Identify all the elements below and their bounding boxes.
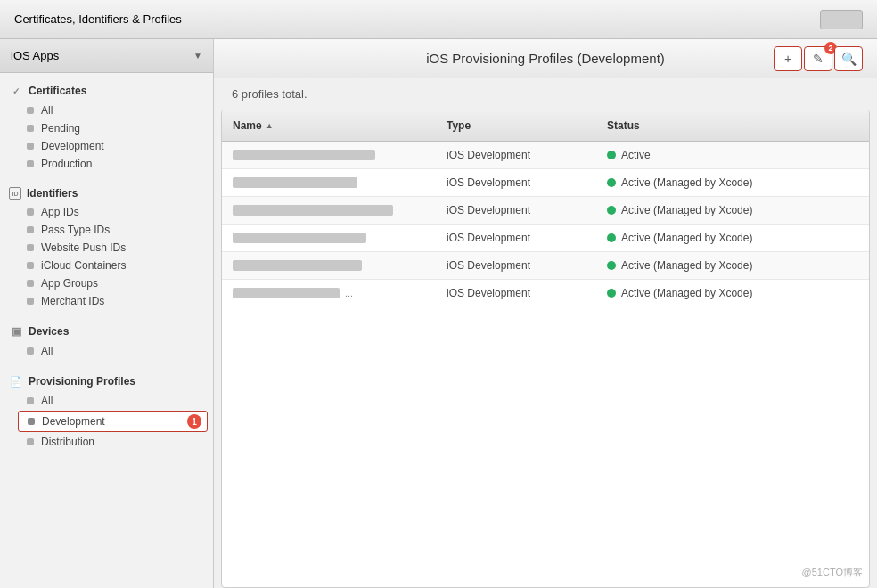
sidebar-item-pass-type-ids[interactable]: Pass Type IDs	[0, 221, 213, 239]
search-profiles-button[interactable]: 🔍	[834, 46, 863, 71]
column-header-name[interactable]: Name ▲	[222, 116, 436, 135]
profile-icon: 📄	[9, 374, 23, 388]
item-label: All	[41, 104, 53, 117]
status-cell: Active (Managed by Xcode)	[596, 280, 869, 306]
type-cell: iOS Development	[436, 280, 596, 306]
header-buttons: + ✎ 2 🔍	[774, 46, 863, 71]
status-dot-icon	[607, 261, 616, 270]
name-cell	[222, 142, 436, 168]
platform-dropdown[interactable]: iOS Apps ▼	[0, 39, 213, 73]
table-row[interactable]: iOS Development Active (Managed by Xcode…	[222, 252, 869, 280]
status-cell: Active (Managed by Xcode)	[596, 197, 869, 224]
profile-type: iOS Development	[447, 176, 530, 189]
window-controls	[820, 10, 863, 29]
item-label: Website Push IDs	[41, 241, 126, 254]
provisioning-header: 📄 Provisioning Profiles	[0, 371, 213, 392]
item-label: Production	[41, 158, 92, 170]
status-cell: Active (Managed by Xcode)	[596, 252, 869, 279]
profile-type: iOS Development	[447, 287, 530, 299]
bullet-icon	[27, 438, 34, 445]
sidebar-item-website-push-ids[interactable]: Website Push IDs	[0, 239, 213, 257]
name-cell	[222, 225, 436, 251]
sidebar-item-provisioning-development[interactable]: Development 1	[18, 411, 208, 432]
bullet-icon	[27, 244, 34, 251]
status-dot-icon	[607, 233, 616, 242]
column-header-status[interactable]: Status	[596, 116, 869, 135]
item-label: App Groups	[41, 277, 98, 290]
identifiers-label: Identifiers	[27, 187, 78, 200]
profile-name-blurred	[233, 260, 362, 271]
id-icon: ID	[9, 187, 21, 200]
type-cell: iOS Development	[436, 225, 596, 251]
profile-name-blurred	[233, 233, 366, 243]
bullet-icon	[27, 160, 34, 167]
name-cell	[222, 169, 436, 196]
profile-type: iOS Development	[447, 232, 530, 244]
sidebar-section-certificates: ✓ Certificates All Pending Development P…	[0, 73, 213, 176]
status-dot-icon	[607, 289, 616, 298]
profile-status: Active (Managed by Xcode)	[621, 259, 752, 272]
platform-label: iOS Apps	[11, 49, 59, 62]
bullet-icon	[27, 143, 34, 150]
devices-header: ▣ Devices	[0, 321, 213, 342]
column-header-type[interactable]: Type	[436, 116, 596, 135]
development-badge: 1	[187, 414, 201, 429]
item-label: Development	[41, 140, 104, 152]
table-row[interactable]: iOS Development Active (Managed by Xcode…	[222, 169, 869, 197]
bullet-icon	[28, 418, 35, 425]
sidebar-item-app-ids[interactable]: App IDs	[0, 203, 213, 221]
sidebar-item-provisioning-distribution[interactable]: Distribution	[0, 433, 213, 451]
sidebar-item-certs-pending[interactable]: Pending	[0, 119, 213, 137]
sidebar-item-certs-production[interactable]: Production	[0, 155, 213, 173]
item-label: All	[41, 345, 53, 357]
sidebar-item-icloud-containers[interactable]: iCloud Containers	[0, 257, 213, 274]
type-cell: iOS Development	[436, 142, 596, 168]
profile-type: iOS Development	[447, 149, 530, 161]
item-label: Distribution	[41, 436, 94, 448]
sidebar: iOS Apps ▼ ✓ Certificates All Pending De…	[0, 39, 214, 588]
table-row[interactable]: iOS Development Active (Managed by Xcode…	[222, 197, 869, 225]
content-area: iOS Provisioning Profiles (Development) …	[214, 39, 877, 588]
add-profile-button[interactable]: +	[774, 46, 802, 71]
edit-icon: ✎	[813, 52, 824, 66]
sidebar-section-provisioning: 📄 Provisioning Profiles All Development …	[0, 363, 213, 454]
certificates-label: Certificates	[29, 85, 86, 97]
main-layout: iOS Apps ▼ ✓ Certificates All Pending De…	[0, 39, 877, 588]
item-label: All	[41, 395, 53, 407]
status-cell: Active (Managed by Xcode)	[596, 225, 869, 251]
device-icon: ▣	[9, 324, 23, 339]
sidebar-item-certs-development[interactable]: Development	[0, 137, 213, 155]
name-cell: ...	[222, 280, 436, 306]
table-row[interactable]: ... iOS Development Active (Managed by X…	[222, 280, 869, 306]
profiles-table: Name ▲ Type Status iOS Development	[221, 110, 870, 588]
profile-status: Active (Managed by Xcode)	[621, 176, 752, 189]
sidebar-item-devices-all[interactable]: All	[0, 342, 213, 360]
type-cell: iOS Development	[436, 169, 596, 196]
profile-type: iOS Development	[447, 259, 530, 272]
bullet-icon	[27, 208, 34, 216]
profile-type: iOS Development	[447, 204, 530, 216]
cert-icon: ✓	[9, 84, 23, 98]
item-label: Pass Type IDs	[41, 224, 110, 236]
dropdown-arrow-icon: ▼	[193, 51, 202, 61]
window-button[interactable]	[820, 10, 863, 29]
type-cell: iOS Development	[436, 197, 596, 224]
profile-status: Active (Managed by Xcode)	[621, 204, 752, 216]
sidebar-item-provisioning-all[interactable]: All	[0, 392, 213, 410]
provisioning-label: Provisioning Profiles	[29, 375, 135, 388]
sidebar-item-app-groups[interactable]: App Groups	[0, 274, 213, 292]
sidebar-item-merchant-ids[interactable]: Merchant IDs	[0, 292, 213, 310]
item-label: iCloud Containers	[41, 259, 126, 272]
search-icon: 🔍	[841, 52, 857, 66]
plus-icon: +	[784, 52, 791, 66]
bullet-icon	[27, 226, 34, 233]
sidebar-section-devices: ▣ Devices All	[0, 314, 213, 363]
devices-label: Devices	[29, 325, 69, 338]
name-column-label: Name	[233, 119, 262, 132]
profile-name-blurred	[233, 177, 357, 188]
sidebar-item-certs-all[interactable]: All	[0, 102, 213, 119]
edit-profile-button[interactable]: ✎ 2	[804, 46, 832, 71]
table-row[interactable]: iOS Development Active (Managed by Xcode…	[222, 225, 869, 252]
bullet-icon	[27, 280, 34, 287]
table-row[interactable]: iOS Development Active	[222, 142, 869, 169]
